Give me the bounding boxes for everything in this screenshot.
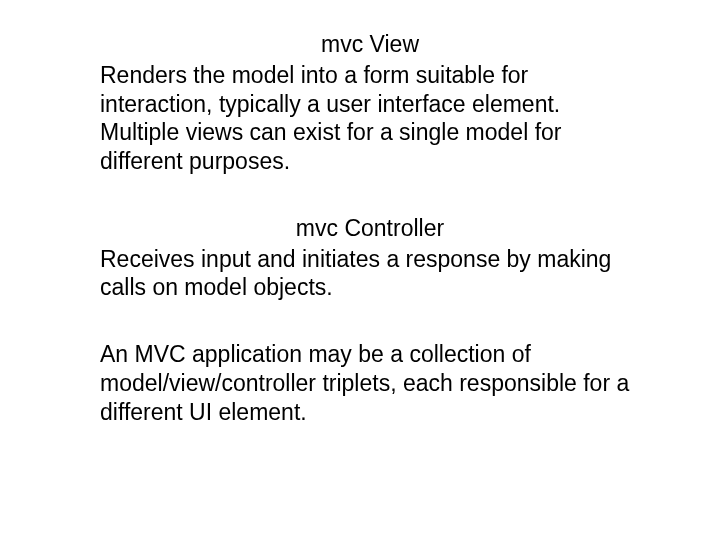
body-mvc-view: Renders the model into a form suitable f… [100,61,640,176]
body-mvc-summary: An MVC application may be a collection o… [100,340,640,426]
heading-mvc-view: mvc View [100,30,640,59]
body-mvc-controller: Receives input and initiates a response … [100,245,640,303]
section-mvc-summary: An MVC application may be a collection o… [100,340,640,426]
section-mvc-view: mvc View Renders the model into a form s… [100,30,640,176]
heading-mvc-controller: mvc Controller [100,214,640,243]
section-mvc-controller: mvc Controller Receives input and initia… [100,214,640,302]
